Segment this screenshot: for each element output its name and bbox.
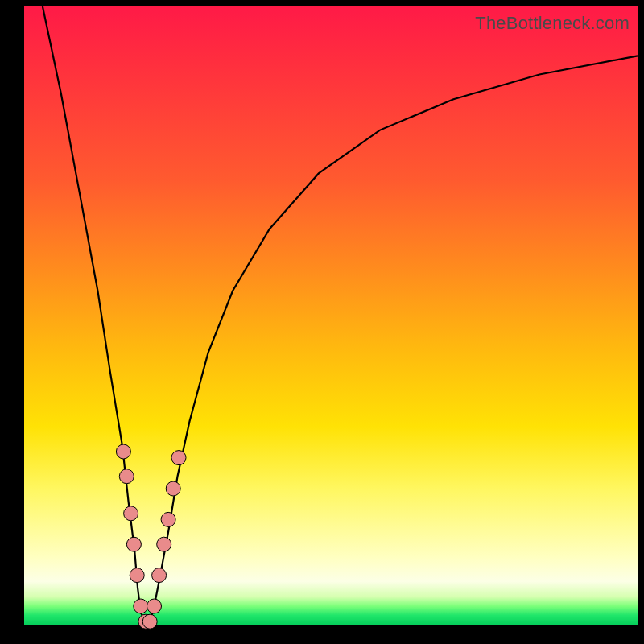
highlight-dot	[152, 568, 167, 583]
highlight-dot	[124, 506, 138, 521]
highlight-dot	[147, 599, 162, 613]
bottleneck-curve-path	[43, 6, 638, 625]
highlight-dot	[166, 481, 180, 496]
highlight-dot	[161, 512, 175, 526]
highlight-dot	[116, 444, 130, 459]
highlight-dot	[142, 614, 157, 629]
highlight-dot	[130, 568, 144, 583]
highlight-dot	[126, 537, 141, 551]
chart-frame: TheBottleneck.com	[0, 0, 644, 644]
highlight-dot	[157, 537, 171, 551]
highlight-dot	[134, 599, 148, 613]
highlight-dot	[119, 469, 134, 484]
bottleneck-curve-svg	[24, 6, 638, 625]
plot-area: TheBottleneck.com	[24, 6, 638, 625]
marker-group	[116, 444, 186, 629]
highlight-dot	[171, 451, 186, 465]
